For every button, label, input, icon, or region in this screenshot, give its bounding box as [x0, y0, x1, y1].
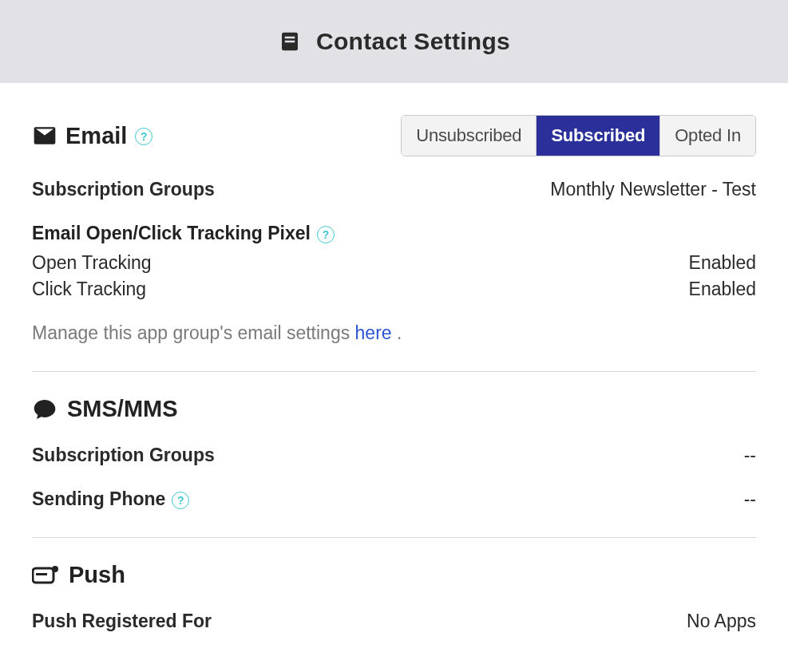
- email-heading: Email: [65, 123, 127, 149]
- email-subscription-groups-label: Subscription Groups: [32, 179, 215, 200]
- divider: [32, 537, 756, 538]
- manage-note-suffix: .: [392, 322, 402, 343]
- sending-phone-value: --: [744, 488, 756, 510]
- help-icon[interactable]: ?: [172, 492, 189, 509]
- page-title: Contact Settings: [316, 28, 510, 55]
- manage-note: Manage this app group's email settings h…: [32, 322, 756, 344]
- email-icon: [32, 123, 57, 148]
- svg-rect-1: [285, 37, 295, 39]
- divider: [32, 371, 756, 372]
- sms-subscription-groups-value: --: [744, 445, 756, 466]
- tracking-pixel-label: Email Open/Click Tracking Pixel: [32, 223, 311, 244]
- segment-unsubscribed[interactable]: Unsubscribed: [402, 116, 537, 156]
- manage-note-prefix: Manage this app group's email settings: [32, 322, 355, 343]
- chat-icon: [32, 397, 57, 422]
- click-tracking-label: Click Tracking: [32, 279, 146, 300]
- contact-card-icon: [278, 30, 302, 53]
- push-heading: Push: [69, 562, 125, 588]
- push-registered-for-value: No Apps: [687, 611, 756, 632]
- manage-settings-link[interactable]: here: [355, 322, 392, 343]
- sms-subscription-groups-label: Subscription Groups: [32, 445, 215, 466]
- page-header: Contact Settings: [0, 0, 788, 83]
- push-icon: [32, 565, 59, 586]
- svg-rect-2: [285, 41, 295, 43]
- segment-subscribed[interactable]: Subscribed: [537, 116, 660, 156]
- segment-opted-in[interactable]: Opted In: [660, 116, 755, 156]
- email-subscription-groups-value: Monthly Newsletter - Test: [550, 179, 756, 200]
- sms-heading: SMS/MMS: [67, 396, 178, 422]
- svg-point-5: [52, 566, 58, 572]
- svg-rect-4: [36, 573, 47, 575]
- click-tracking-value: Enabled: [689, 279, 756, 300]
- sending-phone-label: Sending Phone: [32, 488, 165, 510]
- email-subscription-segmented-control: Unsubscribed Subscribed Opted In: [401, 115, 756, 156]
- open-tracking-label: Open Tracking: [32, 252, 152, 274]
- help-icon[interactable]: ?: [135, 128, 152, 145]
- content: Email ? Unsubscribed Subscribed Opted In…: [0, 83, 788, 648]
- open-tracking-value: Enabled: [689, 252, 756, 274]
- push-registered-for-label: Push Registered For: [32, 611, 212, 632]
- help-icon[interactable]: ?: [317, 226, 335, 243]
